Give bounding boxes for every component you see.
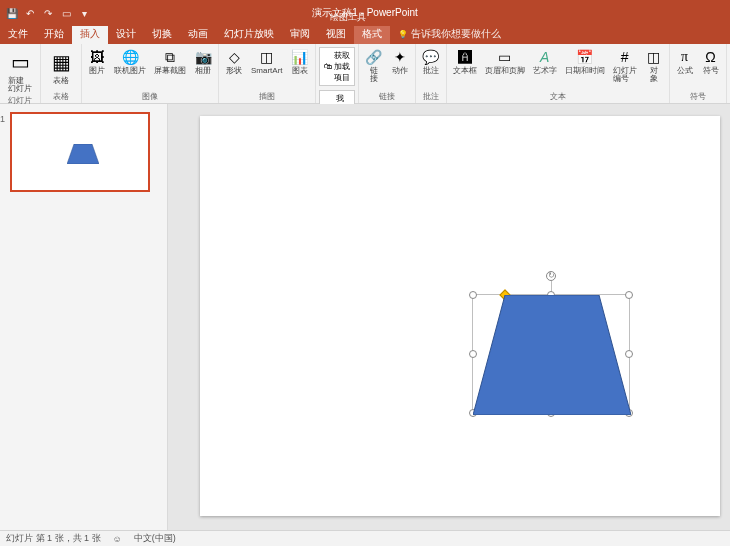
datetime-button[interactable]: 📅日期和时间 [562,46,608,77]
chart-icon: 📊 [291,48,309,66]
group-slides: ▭ 新建 幻灯片 幻灯片 [0,44,41,103]
slide-thumbnail-panel: 1 [0,104,168,530]
tell-me-search[interactable]: 告诉我你想要做什么 [390,24,509,44]
header-icon: ▭ [496,48,514,66]
header-footer-button[interactable]: ▭页眉和页脚 [482,46,528,77]
group-text: 🅰文本框 ▭页眉和页脚 A艺术字 📅日期和时间 #幻灯片 编号 ◫对 象 文本 [447,44,670,103]
slideshow-icon[interactable]: ▭ [60,7,72,19]
title-bar: 💾 ↶ ↷ ▭ ▾ 绘图工具 演示文稿1 - PowerPoint [0,0,730,26]
slide-count-status[interactable]: 幻灯片 第 1 张，共 1 张 [6,532,101,545]
screenshot-button[interactable]: ⧉屏幕截图 [151,46,189,77]
group-media: 🎬视频 🔊音频 ⏺屏幕 录制 媒体 [727,44,730,103]
save-icon[interactable]: 💾 [6,7,18,19]
group-addins: 🛍获取加载项目 🔌我的加载项▾ 加载项 [316,44,359,103]
tab-view[interactable]: 视图 [318,24,354,44]
tab-design[interactable]: 设计 [108,24,144,44]
tab-slideshow[interactable]: 幻灯片放映 [216,24,282,44]
online-picture-icon: 🌐 [121,48,139,66]
ribbon-tabs: 文件 开始 插入 设计 切换 动画 幻灯片放映 审阅 视图 格式 告诉我你想要做… [0,26,730,44]
slide-thumbnail-1[interactable]: 1 [10,112,150,192]
link-button[interactable]: 🔗链 接 [362,46,386,85]
svg-marker-0 [67,144,99,164]
chevron-down-icon[interactable]: ▾ [78,7,90,19]
comment-button[interactable]: 💬批注 [419,46,443,77]
group-images: 🖼图片 🌐联机图片 ⧉屏幕截图 📷相册 图像 [82,44,219,103]
online-picture-button[interactable]: 🌐联机图片 [111,46,149,77]
quick-access-toolbar: 💾 ↶ ↷ ▭ ▾ [0,7,90,19]
object-button[interactable]: ◫对 象 [642,46,666,85]
status-bar: 幻灯片 第 1 张，共 1 张 ☺ 中文(中国) [0,530,730,546]
tab-format[interactable]: 格式 [354,24,390,44]
smartart-button[interactable]: ◫SmartArt [248,46,286,77]
store-icon: 🛍 [324,62,332,71]
action-icon: ✦ [391,48,409,66]
object-icon: ◫ [645,48,663,66]
symbol-button[interactable]: Ω符号 [699,46,723,77]
selection-box[interactable] [472,294,630,414]
group-symbols: π公式 Ω符号 符号 [670,44,727,103]
action-button[interactable]: ✦动作 [388,46,412,77]
smartart-icon: ◫ [258,48,276,66]
date-icon: 📅 [576,48,594,66]
album-icon: 📷 [194,48,212,66]
wordart-icon: A [536,48,554,66]
chart-button[interactable]: 📊图表 [288,46,312,77]
link-icon: 🔗 [365,48,383,66]
picture-icon: 🖼 [88,48,106,66]
slide-canvas-area[interactable] [168,104,730,530]
equation-icon: π [676,48,694,66]
spellcheck-icon[interactable]: ☺ [113,534,122,544]
new-slide-button[interactable]: ▭ 新建 幻灯片 [3,46,37,95]
table-button[interactable]: ▦ 表格 [44,46,78,87]
window-title: 演示文稿1 - PowerPoint [312,6,418,20]
tab-home[interactable]: 开始 [36,24,72,44]
tab-review[interactable]: 审阅 [282,24,318,44]
rotation-handle[interactable] [546,271,556,281]
slide-number-button[interactable]: #幻灯片 编号 [610,46,640,85]
slide[interactable] [200,116,720,516]
shapes-button[interactable]: ◇形状 [222,46,246,77]
workspace: 1 [0,104,730,530]
thumbnail-number: 1 [0,114,5,124]
picture-button[interactable]: 🖼图片 [85,46,109,77]
group-tables: ▦ 表格 表格 [41,44,82,103]
photo-album-button[interactable]: 📷相册 [191,46,215,77]
screenshot-icon: ⧉ [161,48,179,66]
trapezoid-shape[interactable] [473,295,631,415]
tab-insert[interactable]: 插入 [72,24,108,44]
wordart-button[interactable]: A艺术字 [530,46,560,77]
tab-file[interactable]: 文件 [0,24,36,44]
tab-transitions[interactable]: 切换 [144,24,180,44]
table-icon: ▦ [47,48,75,76]
group-links: 🔗链 接 ✦动作 链接 [359,44,416,103]
get-addins-button[interactable]: 🛍获取加载项目 [319,47,355,86]
undo-icon[interactable]: ↶ [24,7,36,19]
redo-icon[interactable]: ↷ [42,7,54,19]
symbol-icon: Ω [702,48,720,66]
comment-icon: 💬 [422,48,440,66]
group-illustrations: ◇形状 ◫SmartArt 📊图表 插图 [219,44,316,103]
language-status[interactable]: 中文(中国) [134,532,176,545]
group-comments: 💬批注 批注 [416,44,447,103]
textbox-icon: 🅰 [456,48,474,66]
svg-marker-1 [473,295,631,415]
trapezoid-icon [67,144,99,164]
new-slide-icon: ▭ [6,48,34,76]
textbox-button[interactable]: 🅰文本框 [450,46,480,77]
ribbon: ▭ 新建 幻灯片 幻灯片 ▦ 表格 表格 🖼图片 🌐联机图片 ⧉屏幕截图 📷相册… [0,44,730,104]
number-icon: # [616,48,634,66]
shapes-icon: ◇ [225,48,243,66]
equation-button[interactable]: π公式 [673,46,697,77]
tab-animations[interactable]: 动画 [180,24,216,44]
